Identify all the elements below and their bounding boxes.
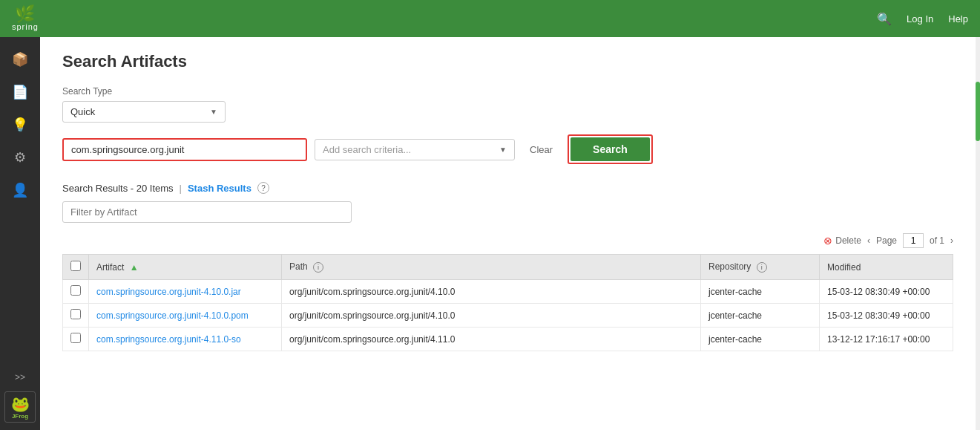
scroll-accent (976, 37, 980, 430)
row-modified: 15-03-12 08:30:49 +00:00 (820, 280, 953, 304)
row-path: org/junit/com.springsource.org.junit/4.1… (282, 280, 701, 304)
sort-asc-icon: ▲ (130, 262, 139, 273)
sidebar-bottom: 🐸 JFrog (4, 391, 36, 430)
leaf-icon: 🌿 (15, 6, 35, 22)
row-modified: 15-03-12 08:30:49 +00:00 (820, 304, 953, 328)
clear-link[interactable]: Clear (522, 144, 560, 155)
top-nav: 🌿 spring 🔍 Log In Help (0, 0, 980, 37)
delete-button[interactable]: ⊗ Delete (823, 235, 861, 247)
row-repository: jcenter-cache (701, 280, 820, 304)
package-icon: 📦 (12, 51, 28, 68)
row-checkbox-1[interactable] (70, 309, 81, 319)
help-link[interactable]: Help (948, 13, 968, 25)
row-repository: jcenter-cache (701, 328, 820, 351)
file-icon: 📄 (12, 84, 28, 100)
table-row: com.springsource.org.junit-4.10.0.pom or… (63, 304, 953, 328)
table-row: com.springsource.org.junit-4.10.0.jar or… (63, 280, 953, 304)
col-header-modified: Modified (820, 255, 953, 280)
artifact-label: Artifact (96, 262, 124, 273)
page-title: Search Artifacts (62, 52, 953, 71)
separator: | (180, 183, 182, 194)
search-type-value: Quick (70, 106, 95, 117)
row-modified: 13-12-12 17:16:17 +00:00 (820, 328, 953, 351)
repository-label: Repository (708, 261, 751, 272)
path-label: Path (289, 261, 308, 272)
modified-label: Modified (827, 262, 861, 273)
row-artifact: com.springsource.org.junit-4.11.0-so (89, 328, 282, 351)
criteria-dropdown[interactable]: Add search criteria... ▼ (315, 139, 515, 160)
row-checkbox-cell (63, 328, 89, 351)
sidebar-item-file[interactable]: 📄 (5, 77, 35, 107)
jfrog-label: JFrog (12, 413, 28, 420)
results-count: Search Results - 20 Items (62, 183, 174, 194)
search-btn-wrapper: Search (568, 134, 653, 164)
scroll-thumb[interactable] (976, 82, 980, 141)
path-info-icon[interactable]: i (313, 262, 323, 273)
filter-input[interactable] (62, 201, 352, 223)
results-table: Artifact ▲ Path i Repository i Modified (62, 254, 953, 351)
settings-icon: ⚙ (14, 149, 26, 166)
table-row: com.springsource.org.junit-4.11.0-so org… (63, 328, 953, 351)
select-all-checkbox[interactable] (70, 261, 81, 271)
sidebar-item-settings[interactable]: ⚙ (5, 143, 35, 172)
criteria-placeholder: Add search criteria... (323, 144, 411, 155)
table-header-row: Artifact ▲ Path i Repository i Modified (63, 255, 953, 280)
row-checkbox-2[interactable] (70, 333, 81, 343)
repo-info-icon[interactable]: i (757, 262, 767, 273)
content-area: Search Artifacts Search Type Quick ▼ Add… (40, 37, 976, 430)
results-header: Search Results - 20 Items | Stash Result… (62, 182, 953, 194)
spring-text: spring (12, 22, 39, 31)
sidebar-item-bulb[interactable]: 💡 (5, 110, 35, 140)
row-checkbox-cell (63, 304, 89, 328)
col-header-path: Path i (282, 255, 701, 280)
row-checkbox-0[interactable] (70, 285, 81, 296)
main-layout: 📦 📄 💡 ⚙ 👤 >> 🐸 JFrog Search Artifacts Se… (0, 37, 980, 430)
row-artifact: com.springsource.org.junit-4.10.0.jar (89, 280, 282, 304)
row-repository: jcenter-cache (701, 304, 820, 328)
prev-page-button[interactable]: ‹ (867, 235, 870, 246)
top-nav-right: 🔍 Log In Help (877, 12, 968, 26)
row-path: org/junit/com.springsource.org.junit/4.1… (282, 328, 701, 351)
left-sidebar: 📦 📄 💡 ⚙ 👤 >> 🐸 JFrog (0, 37, 40, 430)
search-button[interactable]: Search (570, 137, 650, 161)
spring-logo: 🌿 spring (12, 6, 39, 31)
sidebar-item-user[interactable]: 👤 (5, 175, 35, 205)
sidebar-expand-button[interactable]: >> (5, 366, 35, 388)
login-link[interactable]: Log In (907, 13, 933, 25)
sidebar-item-package[interactable]: 📦 (5, 45, 35, 74)
jfrog-logo: 🐸 JFrog (4, 391, 36, 423)
logo-area: 🌿 spring (12, 6, 39, 31)
artifact-link-1[interactable]: com.springsource.org.junit-4.10.0.pom (96, 310, 249, 321)
page-number-input[interactable] (903, 233, 924, 248)
frog-icon: 🐸 (11, 395, 30, 413)
stash-results-link[interactable]: Stash Results (188, 183, 251, 194)
row-checkbox-cell (63, 280, 89, 304)
pagination-row: ⊗ Delete ‹ Page of 1 › (62, 233, 953, 248)
search-type-dropdown[interactable]: Quick ▼ (62, 101, 226, 123)
search-bar-row: Add search criteria... ▼ Clear Search (62, 134, 953, 164)
col-header-artifact[interactable]: Artifact ▲ (89, 255, 282, 280)
criteria-chevron-icon: ▼ (499, 146, 507, 154)
stash-help-icon[interactable]: ? (257, 182, 269, 194)
row-path: org/junit/com.springsource.org.junit/4.1… (282, 304, 701, 328)
row-artifact: com.springsource.org.junit-4.10.0.pom (89, 304, 282, 328)
artifact-link-0[interactable]: com.springsource.org.junit-4.10.0.jar (96, 287, 241, 297)
bulb-icon: 💡 (12, 117, 28, 133)
search-input[interactable] (71, 144, 298, 155)
table-head: Artifact ▲ Path i Repository i Modified (63, 255, 953, 280)
search-input-wrapper (62, 138, 307, 161)
delete-label: Delete (835, 235, 861, 246)
search-icon-top[interactable]: 🔍 (877, 12, 892, 26)
col-header-repository: Repository i (701, 255, 820, 280)
chevron-down-icon: ▼ (210, 108, 217, 116)
table-body: com.springsource.org.junit-4.10.0.jar or… (63, 280, 953, 351)
search-type-label: Search Type (62, 86, 953, 97)
next-page-button[interactable]: › (950, 235, 953, 246)
artifact-link-2[interactable]: com.springsource.org.junit-4.11.0-so (96, 334, 241, 345)
page-label: Page (876, 235, 897, 246)
delete-icon: ⊗ (823, 235, 832, 247)
col-header-check (63, 255, 89, 280)
page-of-label: of 1 (930, 235, 944, 246)
user-icon: 👤 (12, 182, 28, 198)
